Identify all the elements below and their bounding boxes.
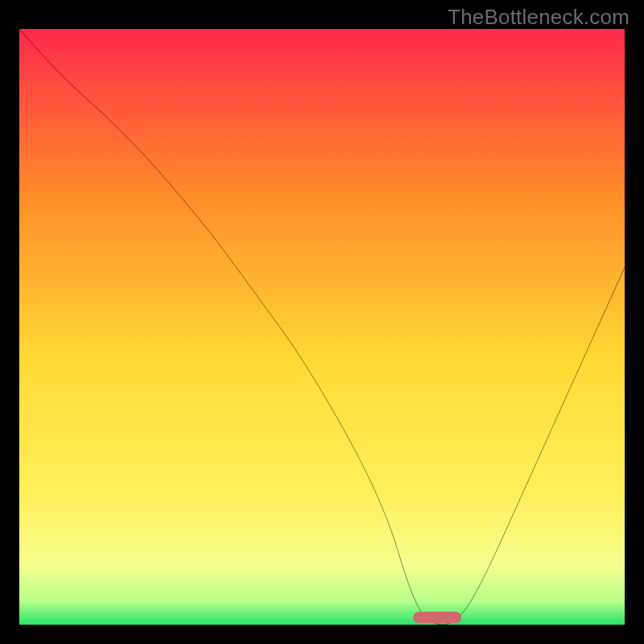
chart-root: TheBottleneck.com (0, 0, 644, 644)
watermark-text: TheBottleneck.com (448, 5, 630, 30)
plot-area (19, 29, 625, 625)
optimal-marker (413, 612, 461, 623)
background-gradient (19, 29, 625, 625)
gradient-rect (19, 29, 625, 625)
